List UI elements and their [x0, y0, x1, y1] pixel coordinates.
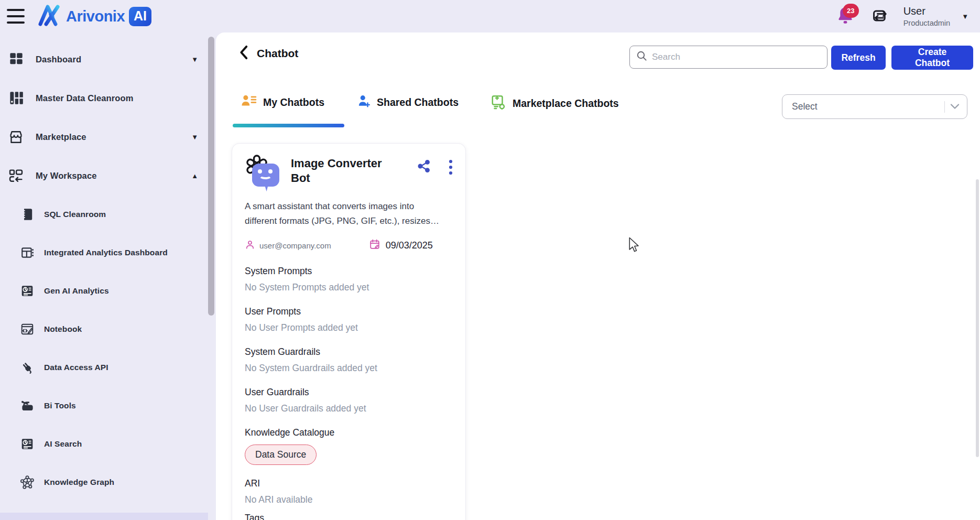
section-label: ARI: [245, 478, 453, 489]
hamburger-menu-icon[interactable]: [7, 9, 25, 24]
filter-select[interactable]: Select: [782, 94, 967, 119]
tab-label: Marketplace Chatbots: [513, 98, 619, 110]
back-button[interactable]: [238, 45, 249, 62]
section-system-prompts: System Prompts No System Prompts added y…: [245, 266, 453, 293]
sidebar-item-sql-cleanroom[interactable]: SQL Cleanroom: [0, 195, 208, 233]
chevron-up-icon[interactable]: ▲: [191, 172, 198, 180]
user-role: Productadmin: [903, 19, 950, 28]
notifications-button[interactable]: 23: [836, 6, 857, 27]
sidebar-item-label: Bi Tools: [44, 401, 198, 410]
section-user-guardrails: User Guardrails No User Guardrails added…: [245, 387, 453, 414]
section-tags-partial: Tags: [245, 513, 453, 520]
section-ari: ARI No ARI available: [245, 478, 453, 505]
section-label: System Guardrails: [245, 346, 453, 358]
brand-name: Arivonix: [66, 8, 125, 25]
sidebar-item-label: Master Data Cleanroom: [36, 93, 198, 103]
section-label: Knowledge Catalogue: [245, 427, 453, 438]
sidebar-item-gen-ai-analytics[interactable]: Gen AI Analytics: [0, 272, 208, 310]
toolbox-icon: [20, 398, 35, 413]
chatbot-description: A smart assistant that converts images i…: [245, 199, 453, 228]
created-date: 09/03/2025: [369, 239, 433, 253]
section-label: User Guardrails: [245, 387, 453, 398]
dashboard-grid-icon: [8, 51, 24, 68]
brand-ai-badge: AI: [129, 7, 151, 26]
sidebar-item-label: AI Search: [44, 439, 198, 449]
section-knowledge-catalogue: Knowledge Catalogue Data Source: [245, 427, 453, 465]
sidebar-item-marketplace[interactable]: Marketplace ▼: [0, 117, 208, 156]
section-user-prompts: User Prompts No User Prompts added yet: [245, 306, 453, 333]
create-chatbot-button[interactable]: Create Chatbot: [891, 46, 973, 70]
share-button[interactable]: [417, 159, 431, 175]
refresh-button[interactable]: Refresh: [831, 46, 886, 70]
switch-workspace-button[interactable]: [871, 7, 890, 27]
data-columns-icon: [8, 90, 24, 106]
code-notebook-icon: [20, 322, 35, 337]
tab-label: My Chatbots: [263, 96, 324, 109]
sidebar-item-label: Marketplace: [36, 132, 191, 142]
tab-marketplace-chatbots[interactable]: Marketplace Chatbots: [491, 94, 619, 112]
mouse-cursor: [628, 237, 641, 255]
search-input[interactable]: [652, 52, 821, 62]
switch-icon: [871, 7, 890, 25]
section-empty-text: No User Guardrails added yet: [245, 403, 453, 414]
data-source-chip[interactable]: Data Source: [245, 445, 317, 465]
calendar-icon: [369, 239, 380, 253]
sidebar-selected-item-partial[interactable]: [0, 513, 208, 520]
sidebar-item-dashboard[interactable]: Dashboard ▼: [0, 40, 208, 79]
topbar: Arivonix AI 23 User Productadmin ▼: [0, 0, 980, 32]
sidebar-item-ai-search[interactable]: AI Search: [0, 425, 208, 463]
sidebar-item-integrated-analytics-dashboard[interactable]: Integrated Analytics Dashboard: [0, 233, 208, 272]
sidebar-item-data-access-api[interactable]: Data Access API: [0, 348, 208, 386]
divider: [944, 101, 945, 113]
chatbot-card[interactable]: Image Converter Bot A smart assistant th…: [232, 143, 466, 520]
chat-bubble-smiley-icon: [252, 164, 279, 187]
workspace-icon: [8, 168, 24, 184]
sidebar-item-my-workspace[interactable]: My Workspace ▲: [0, 156, 208, 195]
chevron-down-icon: ▼: [962, 13, 968, 20]
sidebar-item-label: Knowledge Graph: [44, 478, 198, 487]
user-menu[interactable]: User Productadmin ▼: [903, 5, 968, 28]
sidebar-item-label: Integrated Analytics Dashboard: [44, 248, 198, 257]
section-label: System Prompts: [245, 266, 453, 277]
sidebar-item-notebook[interactable]: Notebook: [0, 310, 208, 348]
brand-mark-icon: [38, 4, 62, 28]
active-tab-underline: [233, 124, 344, 127]
tab-my-chatbots[interactable]: My Chatbots: [241, 94, 324, 111]
owner-email: user@company.com: [245, 240, 331, 252]
sidebar-item-knowledge-graph[interactable]: Knowledge Graph: [0, 463, 208, 501]
sidebar-item-label: Dashboard: [36, 55, 191, 64]
chatbot-avatar: [245, 154, 279, 191]
select-value: Select: [792, 101, 944, 112]
tab-label: Shared Chatbots: [377, 96, 459, 109]
search-box[interactable]: [629, 46, 827, 69]
chevron-down-icon[interactable]: ▼: [191, 56, 198, 63]
chevron-down-icon: [950, 102, 960, 112]
chevron-down-icon[interactable]: ▼: [191, 133, 198, 141]
plug-icon: [20, 360, 35, 375]
dashboard-layout-icon: [20, 245, 35, 260]
analytics-report-icon: [20, 437, 35, 451]
chatbot-title: Image Converter Bot: [291, 156, 395, 185]
section-empty-text: No System Guardrails added yet: [245, 363, 453, 374]
sidebar-item-label: Data Access API: [44, 363, 198, 372]
section-label: User Prompts: [245, 306, 453, 317]
sidebar-item-label: Gen AI Analytics: [44, 286, 198, 296]
notification-badge: 23: [843, 4, 859, 18]
person-list-icon: [241, 94, 257, 111]
bot-store-gear-icon: [491, 94, 506, 112]
notebook-solid-icon: [20, 207, 35, 222]
main-content: Chatbot Refresh Create Chatbot My Chatbo…: [216, 32, 980, 520]
sidebar-item-master-data-cleanroom[interactable]: Master Data Cleanroom: [0, 79, 208, 117]
section-empty-text: No ARI available: [245, 494, 453, 505]
sidebar: Dashboard ▼ Master Data Cleanroom Market…: [0, 32, 216, 520]
section-empty-text: No User Prompts added yet: [245, 322, 453, 333]
section-system-guardrails: System Guardrails No System Guardrails a…: [245, 346, 453, 374]
sidebar-scrollbar[interactable]: [208, 37, 214, 316]
brand-logo[interactable]: Arivonix AI: [38, 4, 151, 28]
section-empty-text: No System Prompts added yet: [245, 282, 453, 293]
analytics-report-icon: [20, 284, 35, 298]
tab-shared-chatbots[interactable]: Shared Chatbots: [356, 94, 459, 111]
content-scrollbar[interactable]: [976, 179, 979, 457]
kebab-menu-button[interactable]: [449, 159, 453, 177]
sidebar-item-bi-tools[interactable]: Bi Tools: [0, 386, 208, 425]
